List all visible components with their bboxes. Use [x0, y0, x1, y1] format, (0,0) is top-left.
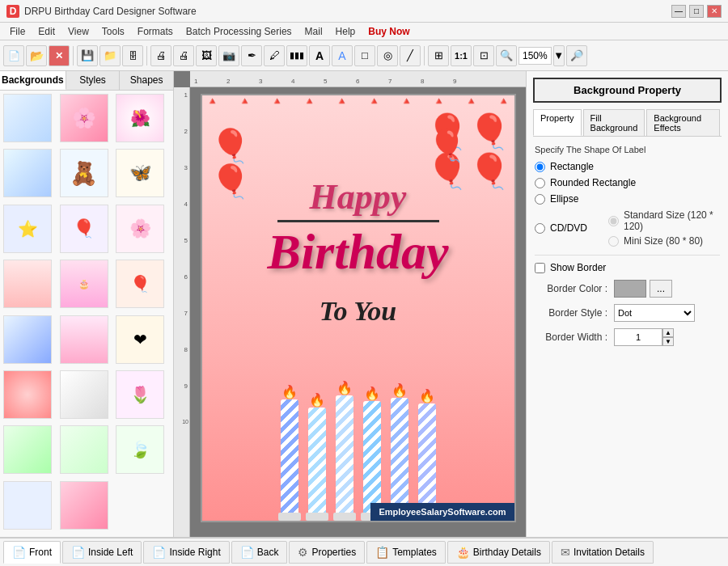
cd-standard[interactable]: Standard Size (120 * 120) — [608, 209, 720, 232]
shape2-button[interactable]: ◎ — [377, 45, 398, 66]
menu-formats[interactable]: Formats — [131, 24, 180, 39]
gallery-item[interactable]: 🎈 — [116, 260, 164, 308]
shape-ellipse[interactable]: Ellipse — [535, 193, 720, 205]
photo-button[interactable]: 📷 — [218, 45, 239, 66]
inside-left-icon: 📄 — [71, 546, 85, 559]
gallery-item[interactable]: ⭐ — [3, 205, 52, 253]
zoom-in-button[interactable]: 🔍 — [496, 45, 517, 66]
gallery-item[interactable]: 🌷 — [116, 370, 164, 419]
menu-file[interactable]: File — [3, 24, 32, 39]
zoom-dropdown-button[interactable]: ▼ — [553, 45, 565, 66]
tab-front[interactable]: 📄 Front — [3, 541, 61, 564]
gallery-item[interactable] — [3, 370, 52, 419]
spin-down-button[interactable]: ▼ — [662, 337, 674, 346]
save-as-button[interactable]: 📁 — [99, 45, 121, 66]
toolbar-sep-2 — [146, 46, 147, 65]
app-icon: D — [6, 5, 19, 18]
line-button[interactable]: ╱ — [400, 45, 421, 66]
tab-inside-left[interactable]: 📄 Inside Left — [62, 541, 142, 564]
zoom-fit-button[interactable]: ⊡ — [473, 45, 494, 66]
shape-cddvd[interactable]: CD/DVD Standard Size (120 * 120) Mini Si… — [535, 209, 720, 247]
tab-back[interactable]: 📄 Back — [231, 541, 288, 564]
gallery-item[interactable]: 🌸 — [60, 94, 108, 142]
shape-radio-group: Rectangle Rounded Rectangle Ellipse CD/D… — [535, 161, 720, 247]
print-button[interactable]: 🖨 — [150, 45, 171, 66]
gallery-item[interactable] — [3, 260, 52, 308]
menu-view[interactable]: View — [61, 24, 95, 39]
border-width-row: Border Width : ▲ ▼ — [535, 328, 720, 346]
new-button[interactable] — [3, 45, 24, 66]
birthday-details-icon: 🎂 — [456, 546, 470, 559]
open-button[interactable]: 📂 — [26, 45, 47, 66]
gallery-item[interactable]: 🍃 — [116, 425, 164, 474]
property-tabs: Property Fill Background Background Effe… — [533, 109, 722, 137]
gallery-item[interactable]: 🎂 — [60, 260, 108, 308]
border-color-picker-button[interactable]: ... — [650, 280, 672, 298]
tab-properties[interactable]: ⚙ Properties — [289, 541, 365, 564]
menu-tools[interactable]: Tools — [95, 24, 131, 39]
menu-help[interactable]: Help — [329, 24, 362, 39]
save2-button[interactable]: 🗄 — [122, 45, 143, 66]
tab-backgrounds[interactable]: Backgrounds — [0, 71, 66, 90]
minimize-button[interactable]: — — [671, 5, 686, 18]
maximize-button[interactable]: □ — [689, 5, 704, 18]
gallery-item[interactable]: 🧸 — [60, 149, 108, 197]
tab-styles[interactable]: Styles — [66, 71, 121, 90]
image-button[interactable]: 🖼 — [196, 45, 217, 66]
gallery-item[interactable] — [3, 481, 52, 530]
birthday-card[interactable]: 🔺🔺🔺🔺🔺🔺🔺🔺🔺🔺 🎈🎈 🎈🎈🎈🎈 🎈 Happy — [201, 94, 516, 522]
cd-mini[interactable]: Mini Size (80 * 80) — [608, 235, 720, 247]
gallery-item[interactable] — [3, 315, 52, 364]
gallery-item[interactable] — [3, 425, 52, 474]
draw-button[interactable]: 🖊 — [264, 45, 285, 66]
menu-buynow[interactable]: Buy Now — [362, 24, 416, 39]
gallery-item[interactable] — [60, 315, 108, 364]
shape-rectangle[interactable]: Rectangle — [535, 161, 720, 172]
menu-mail[interactable]: Mail — [298, 24, 329, 39]
gallery-item[interactable] — [60, 481, 108, 530]
menu-batch[interactable]: Batch Processing Series — [180, 24, 298, 39]
gallery-item[interactable] — [60, 425, 108, 474]
tab-templates[interactable]: 📋 Templates — [366, 541, 446, 564]
text-button[interactable]: A — [309, 45, 330, 66]
table-button[interactable]: ⊞ — [428, 45, 449, 66]
fit-button[interactable]: 1:1 — [451, 45, 472, 66]
show-border-checkbox[interactable] — [535, 263, 545, 273]
zoom-out-button[interactable]: 🔎 — [566, 45, 587, 66]
close-doc-button[interactable]: ✕ — [49, 45, 70, 66]
gallery-item[interactable] — [60, 370, 108, 419]
pen-button[interactable]: ✒ — [241, 45, 262, 66]
tab-shapes[interactable]: Shapes — [120, 71, 173, 90]
barcode-button[interactable]: ▮▮▮ — [286, 45, 307, 66]
tab-property[interactable]: Property — [533, 109, 582, 136]
shape-button[interactable]: □ — [354, 45, 375, 66]
menu-edit[interactable]: Edit — [32, 24, 61, 39]
tab-birthday-details[interactable]: 🎂 Birthday Details — [447, 541, 550, 564]
spin-up-button[interactable]: ▲ — [662, 328, 674, 337]
texta-button[interactable]: A — [332, 45, 353, 66]
back-label: Back — [257, 547, 279, 558]
tab-fill-background[interactable]: Fill Background — [583, 109, 645, 136]
tab-background-effects[interactable]: Background Effects — [646, 109, 720, 136]
gallery-item[interactable]: 🌸 — [116, 205, 164, 253]
close-button[interactable]: ✕ — [707, 5, 722, 18]
gallery-item[interactable]: 🎈 — [60, 205, 108, 253]
gallery-item[interactable]: 🦋 — [116, 149, 164, 197]
border-color-label: Border Color : — [535, 283, 607, 294]
tab-inside-right[interactable]: 📄 Inside Right — [143, 541, 229, 564]
gallery-item[interactable] — [3, 149, 52, 197]
border-style-select[interactable]: Dot Dash Solid Double — [614, 304, 695, 322]
border-color-swatch[interactable] — [614, 280, 646, 298]
tab-invitation-details[interactable]: ✉ Invitation Details — [552, 541, 654, 564]
shape-rounded-rectangle[interactable]: Rounded Rectangle — [535, 177, 720, 188]
gallery-item[interactable]: 🌺 — [116, 94, 164, 142]
save-button[interactable]: 💾 — [77, 45, 98, 66]
border-width-spinner[interactable]: ▲ ▼ — [662, 328, 674, 346]
print2-button[interactable]: 🖨 — [173, 45, 194, 66]
show-border-row[interactable]: Show Border — [535, 262, 720, 273]
border-width-input[interactable] — [614, 328, 662, 346]
invitation-details-icon: ✉ — [561, 546, 570, 559]
inside-right-icon: 📄 — [152, 546, 166, 559]
gallery-item[interactable] — [3, 94, 52, 142]
gallery-item[interactable]: ❤ — [116, 315, 164, 364]
